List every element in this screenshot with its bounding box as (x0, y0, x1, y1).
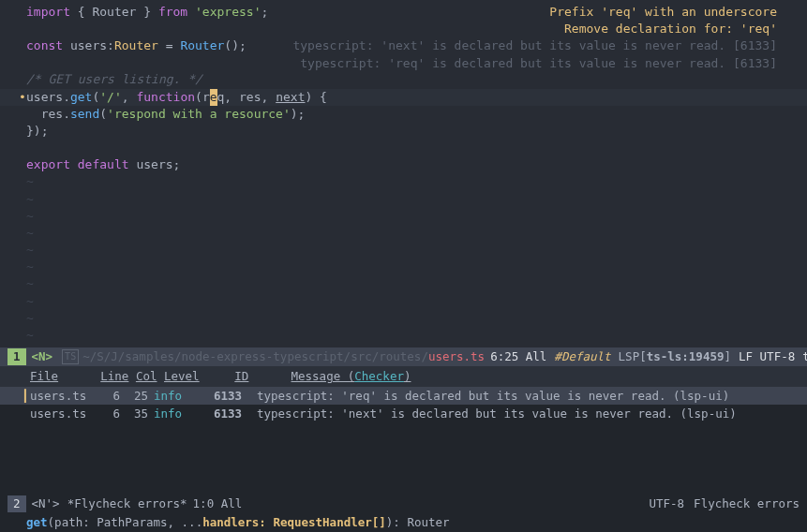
encoding: LF UTF-8 (739, 348, 795, 365)
modeline-errors[interactable]: 2 <N'> *Flycheck errors* 1:0 All UTF-8 F… (0, 495, 807, 513)
buffer-name: *Flycheck errors* (67, 495, 187, 512)
window-number: 1 (7, 348, 26, 365)
error-row[interactable]: ▎ users.ts 6 25 info 6133 typescript: 'r… (0, 387, 807, 406)
empty-line-tilde: ~ (0, 275, 807, 292)
empty-line-tilde: ~ (0, 327, 807, 344)
code-line: export default users; (0, 156, 807, 173)
empty-line-tilde: ~ (0, 293, 807, 310)
code-line: }); (0, 123, 807, 140)
code-line: import { Router } from 'express'; (0, 4, 807, 21)
major-mode[interactable]: Flycheck errors (694, 495, 800, 512)
perspective-name[interactable]: #Default (554, 348, 610, 365)
empty-line-tilde: ~ (0, 259, 807, 275)
text-cursor: e (210, 89, 217, 106)
file-name: users.ts (428, 348, 485, 365)
code-line: const users:Router = Router(); (0, 37, 807, 54)
file-path: ~/S/J/samples/node-express-typescript/sr… (82, 348, 428, 365)
empty-line-tilde: ~ (0, 191, 807, 208)
filetype-icon: TS (62, 349, 79, 364)
code-line (0, 140, 807, 156)
code-line: /* GET users listing. */ (0, 71, 807, 88)
code-line (0, 21, 807, 37)
errors-header: File Line Col Level ID Message (Checker) (0, 366, 807, 387)
empty-line-tilde: ~ (0, 208, 807, 225)
minibuffer-signature: get(path: PathParams, ...handlers: Reque… (0, 512, 807, 533)
window-number: 2 (7, 495, 26, 512)
empty-line-tilde: ~ (0, 310, 807, 327)
cursor-position: 6:25 All (490, 348, 546, 365)
error-row[interactable]: users.ts 6 35 info 6133 typescript: 'nex… (0, 405, 807, 423)
code-editor[interactable]: import { Router } from 'express'; const … (0, 0, 807, 347)
cursor-position: 1:0 All (193, 495, 243, 512)
code-line (0, 54, 807, 71)
modeline-main[interactable]: 1 <N> TS ~/S/J/samples/node-express-type… (0, 347, 807, 366)
encoding: UTF-8 (649, 495, 684, 512)
evil-state: <N'> (32, 495, 60, 512)
code-line-current: •users.get('/', function(req, res, next)… (0, 89, 807, 106)
major-mode[interactable]: typescri (802, 348, 807, 365)
lsp-status[interactable]: LSP[ts-ls:19459] (619, 348, 731, 365)
empty-line-tilde: ~ (0, 173, 807, 190)
empty-line-tilde: ~ (0, 242, 807, 259)
fringe-dot-icon: • (19, 89, 26, 106)
code-line: res.send('respond with a resource'); (0, 106, 807, 123)
empty-line-tilde: ~ (0, 225, 807, 242)
evil-state: <N> (32, 348, 53, 365)
